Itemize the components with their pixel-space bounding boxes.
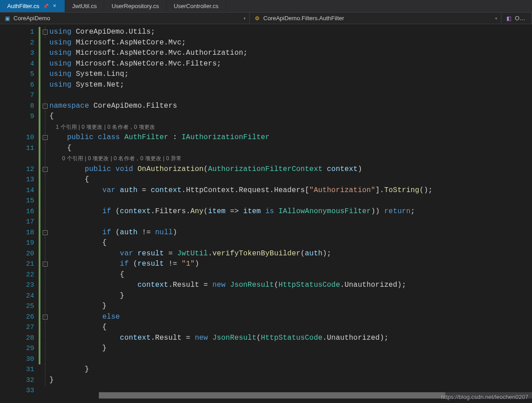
line-number: 11 (0, 143, 34, 154)
fold-cell (40, 364, 49, 375)
line-number: 5 (0, 69, 34, 80)
method-icon: ◧ (505, 15, 512, 22)
code-line[interactable] (49, 354, 532, 365)
line-number: 13 (0, 175, 34, 185)
code-line[interactable]: context.Result = new JsonResult(HttpStat… (49, 333, 532, 344)
code-area[interactable]: using CoreApiDemo.Utils;using Microsoft.… (49, 24, 532, 399)
csharp-project-icon: ▣ (4, 15, 11, 22)
fold-toggle[interactable]: - (43, 104, 48, 109)
code-line[interactable] (49, 217, 532, 228)
tab-authfilter[interactable]: AuthFilter.cs 📌 × (0, 0, 65, 12)
nav-member-dropdown[interactable]: ◧ OnAu (501, 13, 532, 24)
code-line[interactable]: using CoreApiDemo.Utils; (49, 27, 532, 38)
codelens-line[interactable]: 0 个引用 | 0 项更改 | 0 名作者，0 项更改 | 0 异常 (49, 153, 532, 164)
fold-toggle[interactable]: - (43, 167, 48, 172)
pin-icon[interactable]: 📌 (43, 4, 49, 9)
line-number: 32 (0, 375, 34, 386)
fold-cell (40, 343, 49, 354)
nav-project-label: CoreApiDemo (13, 15, 241, 22)
close-icon[interactable]: × (52, 4, 58, 9)
line-number: 2 (0, 38, 34, 48)
fold-cell (40, 185, 49, 196)
fold-toggle[interactable]: - (43, 135, 48, 140)
fold-cell (40, 375, 49, 386)
fold-cell (40, 280, 49, 291)
code-line[interactable]: { (49, 322, 532, 333)
fold-cell: - (40, 312, 49, 323)
line-number: 16 (0, 206, 34, 217)
fold-cell (40, 385, 49, 396)
nav-class-dropdown[interactable]: ⚙ CoreApiDemo.Filters.AuthFilter ▾ (250, 13, 501, 24)
line-number: 4 (0, 59, 34, 70)
code-line[interactable]: } (49, 291, 532, 302)
fold-cell (40, 175, 49, 185)
fold-toggle[interactable]: - (43, 315, 48, 320)
code-editor[interactable]: 1234567891011121314151617181920212223242… (0, 24, 532, 399)
code-line[interactable]: public class AuthFilter : IAuthorization… (49, 132, 532, 143)
code-line[interactable]: context.Result = new JsonResult(HttpStat… (49, 280, 532, 291)
line-number: 12 (0, 164, 34, 175)
fold-cell: - (40, 164, 49, 175)
code-line[interactable]: using Microsoft.AspNetCore.Mvc; (49, 38, 532, 48)
horizontal-scrollbar[interactable] (99, 392, 532, 399)
code-line[interactable]: namespace CoreApiDemo.Filters (49, 101, 532, 112)
line-number: 9 (0, 111, 34, 122)
code-line[interactable]: } (49, 375, 532, 386)
fold-cell (40, 196, 49, 206)
code-line[interactable]: var result = JwtUtil.verifyTokenByBuilde… (49, 249, 532, 259)
chevron-down-icon: ▾ (495, 16, 497, 21)
code-line[interactable]: { (49, 143, 532, 154)
code-line[interactable]: using Microsoft.AspNetCore.Mvc.Filters; (49, 59, 532, 70)
line-number: 28 (0, 333, 34, 344)
fold-toggle[interactable]: - (43, 30, 48, 35)
fold-cell (40, 38, 49, 48)
code-line[interactable]: } (49, 343, 532, 354)
scrollbar-thumb[interactable] (99, 392, 445, 399)
code-line[interactable]: { (49, 175, 532, 185)
nav-project-dropdown[interactable]: ▣ CoreApiDemo ▾ (0, 13, 250, 24)
line-number-gutter: 1234567891011121314151617181920212223242… (0, 24, 39, 399)
fold-cell (40, 48, 49, 59)
codelens-line[interactable]: 1 个引用 | 0 项更改 | 0 名作者，0 项更改 (49, 122, 532, 133)
code-line[interactable]: { (49, 238, 532, 249)
tab-usercontroller[interactable]: UserController.cs (167, 0, 226, 12)
code-line[interactable]: using Microsoft.AspNetCore.Mvc.Authoriza… (49, 48, 532, 59)
line-number: 31 (0, 364, 34, 375)
line-number: 3 (0, 48, 34, 59)
code-line[interactable] (49, 90, 532, 101)
code-line[interactable]: else (49, 312, 532, 323)
fold-toggle[interactable]: - (43, 262, 48, 267)
code-line[interactable]: var auth = context.HttpContext.Request.H… (49, 185, 532, 196)
fold-toggle[interactable]: - (43, 230, 48, 235)
fold-cell (40, 291, 49, 302)
line-number: 24 (0, 291, 34, 302)
code-line[interactable] (49, 196, 532, 206)
line-number: 25 (0, 301, 34, 312)
code-line[interactable]: { (49, 111, 532, 122)
fold-cell (40, 301, 49, 312)
navigation-bar: ▣ CoreApiDemo ▾ ⚙ CoreApiDemo.Filters.Au… (0, 13, 532, 24)
line-number: 18 (0, 228, 34, 238)
fold-cell: - (40, 27, 49, 38)
fold-cell (40, 69, 49, 80)
code-line[interactable]: if (result != "1") (49, 259, 532, 270)
class-icon: ⚙ (253, 15, 261, 22)
line-number: 29 (0, 343, 34, 354)
code-line[interactable]: using System.Net; (49, 80, 532, 91)
chevron-down-icon: ▾ (244, 16, 246, 21)
line-number: 8 (0, 101, 34, 112)
code-line[interactable]: } (49, 301, 532, 312)
fold-cell (40, 322, 49, 333)
code-line[interactable]: public void OnAuthorization(Authorizatio… (49, 164, 532, 175)
code-line[interactable]: } (49, 364, 532, 375)
code-line[interactable]: { (49, 270, 532, 280)
code-line[interactable]: if (context.Filters.Any(item => item is … (49, 206, 532, 217)
code-line[interactable]: if (auth != null) (49, 228, 532, 238)
code-line[interactable]: using System.Linq; (49, 69, 532, 80)
tab-label: UserController.cs (174, 3, 219, 9)
nav-member-label: OnAu (515, 15, 528, 22)
fold-cell (40, 59, 49, 70)
tab-userrepository[interactable]: UserRepository.cs (104, 0, 166, 12)
fold-cell (40, 111, 49, 122)
tab-jwtutil[interactable]: JwtUtil.cs (65, 0, 105, 12)
